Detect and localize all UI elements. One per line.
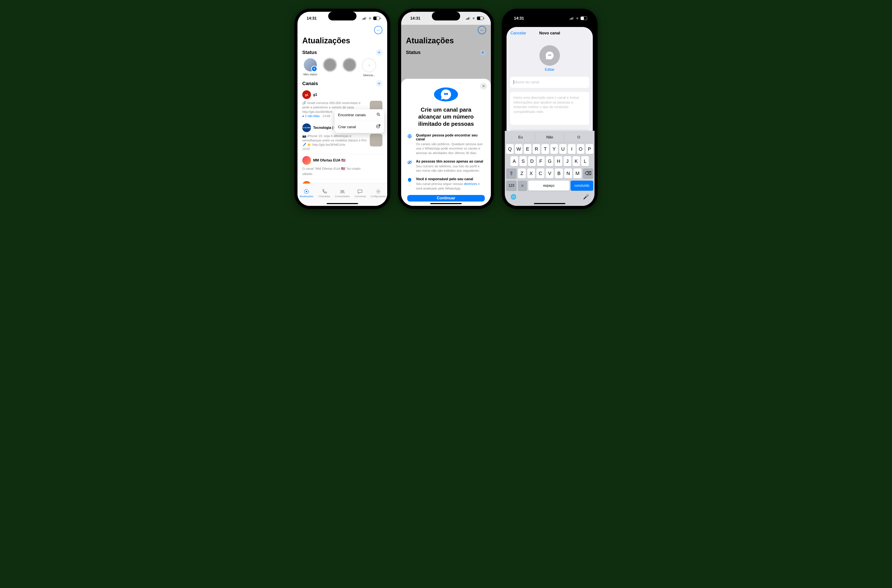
key-w[interactable]: W (515, 144, 523, 154)
status-contact[interactable] (322, 58, 338, 73)
find-channels-item[interactable]: Encontrar canais (334, 109, 384, 121)
edit-photo-button[interactable]: Editar (507, 68, 593, 72)
key-o[interactable]: O (577, 144, 585, 154)
info-privacy: As pessoas têm acesso apenas ao canalSeu… (407, 159, 485, 173)
battery-icon (477, 16, 483, 20)
home-indicator[interactable] (534, 203, 566, 204)
add-channel-button[interactable]: + (376, 80, 382, 87)
svg-point-8 (306, 190, 307, 192)
prediction[interactable]: Não (535, 132, 564, 142)
key-c[interactable]: C (536, 168, 545, 178)
key-m[interactable]: M (573, 168, 581, 178)
create-channel-item[interactable]: Criar canal (334, 121, 384, 133)
channel-avatar-placeholder[interactable] (539, 45, 560, 66)
done-key[interactable]: concluído (570, 181, 593, 190)
key-d[interactable]: D (528, 156, 536, 166)
phone-icon (322, 189, 327, 194)
dynamic-island (536, 12, 564, 21)
key-l[interactable]: L (581, 156, 589, 166)
key-z[interactable]: Z (518, 168, 526, 178)
tab-settings[interactable]: Configurações (369, 184, 387, 202)
close-button[interactable]: ✕ (480, 83, 487, 90)
add-status-button[interactable]: + (376, 49, 382, 56)
globe-key[interactable]: 🌐 (510, 194, 516, 200)
numbers-key[interactable]: 123 (506, 181, 517, 190)
cellular-icon (363, 17, 367, 20)
prediction[interactable]: Eu (506, 132, 535, 142)
status-contact[interactable] (341, 58, 358, 73)
prediction[interactable]: O (564, 132, 593, 142)
cancel-button[interactable]: Cancelar (510, 31, 526, 36)
emoji-key[interactable]: ☺ (518, 181, 527, 190)
key-p[interactable]: P (585, 144, 593, 154)
wifi-icon (472, 17, 475, 20)
key-e[interactable]: E (524, 144, 531, 154)
key-row-1: Q W E R T Y U I O P (506, 144, 593, 154)
channels-section-title: Canais (302, 81, 318, 86)
search-icon (376, 112, 381, 118)
key-b[interactable]: B (555, 168, 563, 178)
key-t[interactable]: T (542, 144, 549, 154)
svg-point-10 (343, 190, 344, 192)
my-status[interactable]: + Meu status (302, 58, 318, 76)
channel-description-input[interactable]: Insira uma descrição para o canal e incl… (510, 92, 589, 125)
eye-off-icon (407, 159, 413, 173)
continue-button[interactable]: Continuar (407, 195, 485, 201)
channel-name: MM Ofertas EUA 🇺🇸 (313, 158, 346, 162)
channel-item[interactable]: MM Ofertas EUA 🇺🇸 O canal "MM Ofertas EU… (298, 154, 387, 179)
key-x[interactable]: X (527, 168, 535, 178)
key-y[interactable]: Y (550, 144, 558, 154)
key-i[interactable]: I (568, 144, 576, 154)
channel-preview: 📷 iPhone 15: veja 5 diferenças e semelha… (302, 134, 367, 147)
svg-point-0 (377, 113, 379, 115)
shield-icon (407, 177, 413, 190)
status-row: + Meu status › Silencia... (298, 57, 387, 79)
key-v[interactable]: V (546, 168, 554, 178)
home-indicator[interactable] (430, 203, 462, 204)
status-section-title: Status (302, 50, 317, 55)
key-j[interactable]: J (564, 156, 571, 166)
tab-bar: Atualizações Chamadas Comunidades Conver… (298, 183, 387, 206)
channel-preview: O canal "MM Ofertas EUA 🇺🇸" foi criado (302, 166, 382, 171)
chats-icon (357, 189, 363, 194)
communities-icon (340, 189, 345, 194)
key-r[interactable]: R (532, 144, 540, 154)
battery-icon (581, 16, 587, 20)
key-u[interactable]: U (559, 144, 567, 154)
tab-updates[interactable]: Atualizações (298, 184, 315, 202)
modal-title: Novo canal (539, 31, 560, 36)
status-label: Meu status (303, 73, 317, 76)
key-q[interactable]: Q (506, 144, 514, 154)
channel-time: 13:48 (322, 114, 330, 118)
status-label: Silencia... (363, 74, 375, 77)
channel-item[interactable]: MM Ofertas (298, 179, 387, 183)
channels-popover: Encontrar canais Criar canal (334, 109, 384, 133)
channel-time: 13:02 (302, 147, 382, 151)
shift-key[interactable]: ⇧ (506, 168, 517, 178)
mic-key[interactable]: 🎤 (583, 194, 589, 200)
more-menu-button[interactable]: ⋯ (374, 26, 382, 34)
phone-updates: 14:31 ⋯ Atualizações Status + + Meu stat… (295, 9, 390, 209)
tab-calls[interactable]: Chamadas (315, 184, 333, 202)
home-indicator[interactable] (326, 203, 358, 204)
key-a[interactable]: A (510, 156, 518, 166)
tab-chats[interactable]: Conversas (351, 184, 369, 202)
channel-name-input[interactable]: Nome do canal (510, 76, 589, 88)
muted-status[interactable]: › Silencia... (361, 58, 377, 77)
phone-create-sheet: 14:31 ⋯ Atualizações Status + ✕ Crie um … (398, 9, 494, 209)
backspace-key[interactable]: ⌫ (583, 168, 593, 178)
key-f[interactable]: F (537, 156, 545, 166)
key-g[interactable]: G (546, 156, 554, 166)
sheet-title: Crie um canal para alcançar um número il… (407, 106, 485, 128)
tab-communities[interactable]: Comunidades (333, 184, 351, 202)
guidelines-link[interactable]: diretrizes (464, 182, 477, 186)
modal-nav: Cancelar Novo canal (507, 27, 593, 39)
key-n[interactable]: N (564, 168, 572, 178)
key-k[interactable]: K (573, 156, 580, 166)
chevron-right-icon: › (362, 58, 376, 72)
space-key[interactable]: espaço (528, 181, 569, 190)
wifi-icon (368, 17, 372, 20)
key-s[interactable]: S (519, 156, 527, 166)
key-h[interactable]: H (555, 156, 562, 166)
key-row-2: A S D F G H J K L (506, 156, 593, 166)
